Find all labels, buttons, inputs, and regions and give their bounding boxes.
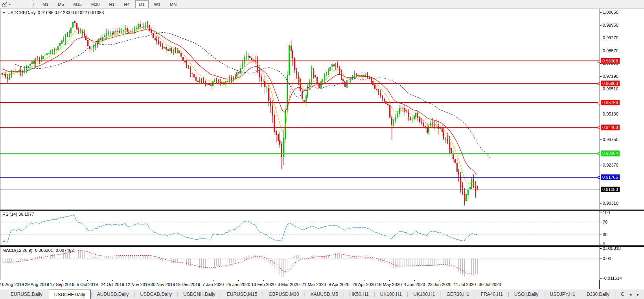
date-label: 25 Jan 2020 — [226, 282, 250, 287]
toolbar-grip[interactable] — [33, 2, 35, 7]
date-tick-mark — [465, 280, 465, 281]
timeframe-button-m5[interactable]: M5 — [54, 0, 68, 8]
rsi-tick-label: 100 — [603, 210, 610, 215]
date-tick-mark — [188, 280, 188, 281]
date-tick-mark — [339, 280, 339, 281]
timeframe-button-mn[interactable]: MN — [166, 0, 180, 8]
timeframe-buttons: M1M5M15M30H1H4D1W1MN — [38, 0, 181, 8]
chart-tab-bar: EURUSD,Daily|USDCHF,Daily|AUDUSD,Daily|U… — [0, 289, 644, 299]
date-tick-mark — [112, 280, 113, 281]
price-tick-mark — [600, 114, 602, 114]
price-tick-mark — [600, 89, 602, 89]
axis-corner-divider — [599, 280, 600, 289]
price-tick-label: 0.92370 — [603, 163, 618, 167]
rsi-tick-mark — [600, 222, 602, 222]
level-price-tag: 0.96803 — [601, 81, 620, 86]
date-tick-mark — [414, 280, 415, 281]
price-tick-label: 0.93750 — [603, 137, 618, 142]
macd-tick-mark — [600, 248, 602, 249]
rsi-tick-mark — [600, 213, 602, 213]
level-price-tag: 0.95758 — [601, 100, 620, 105]
chart-tab-eurusd-m15[interactable]: EURUSD,M15 — [222, 289, 262, 299]
date-label: 23 Jun 2020 — [428, 282, 452, 287]
date-label: 21 Mar 2020 — [302, 282, 326, 287]
tab-scroll-left-icon[interactable]: ◄ — [628, 292, 632, 297]
date-label: 28 Apr 2020 — [352, 282, 375, 287]
price-tick-mark — [600, 139, 602, 140]
price-tick-label: 0.97190 — [603, 74, 618, 79]
level-price-tag-text: 0.98008 — [602, 59, 618, 63]
chart-tab-eurusd-daily[interactable]: EURUSD,Daily — [6, 289, 48, 299]
chart-tabs: EURUSD,Daily|USDCHF,Daily|AUDUSD,Daily|U… — [0, 289, 624, 299]
chart-tab-dj30-daily[interactable]: DJ30,Daily — [581, 289, 615, 299]
chart-tab-uk100-h1[interactable]: UK100,H1 — [408, 289, 440, 299]
price-axis[interactable]: 1.006500.999500.992700.985700.978900.971… — [600, 9, 644, 209]
collapse-triangle-icon[interactable]: ▼ — [2, 11, 6, 15]
tab-scroll-right-icon[interactable]: ► — [636, 292, 640, 297]
timeframe-button-w1[interactable]: W1 — [150, 0, 165, 8]
date-label: 10 Aug 2019 — [0, 282, 24, 287]
chart-tab-china300-h4[interactable]: CHINA300,H4 — [616, 289, 624, 299]
level-price-tag: 0.98008 — [601, 58, 620, 64]
macd-tick-mark — [600, 278, 602, 279]
level-anchor-square — [598, 102, 600, 104]
level-anchor-square — [598, 83, 600, 85]
date-label: 29 Aug 2019 — [25, 282, 49, 287]
date-label: 24 Oct 2019 — [101, 282, 124, 287]
rsi-label: RSI(14) 36.1977 — [2, 212, 34, 216]
date-tick-mark — [364, 280, 364, 281]
chart-tab-fra40-h1[interactable]: FRA40,H1 — [476, 289, 508, 299]
rsi-tick-label: 30 — [603, 232, 607, 237]
chart-tab-audusd-daily[interactable]: AUDUSD,Daily — [92, 289, 134, 299]
date-tick-mark — [490, 280, 490, 281]
chart-tab-uk100-h1[interactable]: UK100,H1 — [375, 289, 407, 299]
chart-tab-xauusd-m5[interactable]: XAUUSD,M5 — [305, 289, 343, 299]
price-tick-label: 0.90310 — [603, 201, 618, 205]
date-tick-mark — [389, 280, 390, 281]
time-axis[interactable]: 10 Aug 201929 Aug 201917 Sep 20195 Oct 2… — [0, 280, 643, 289]
chart-tab-hk50-h1[interactable]: HK50,H1 — [344, 289, 374, 299]
level-price-tag-text: 0.91705 — [602, 175, 618, 180]
date-label: 9 Apr 2020 — [328, 282, 349, 287]
macd-axis[interactable]: 0.0058180.00-0.011514 — [600, 247, 644, 280]
timeframe-button-h1[interactable]: H1 — [105, 0, 118, 8]
date-label: 11 Jul 2020 — [454, 282, 476, 287]
date-tick-mark — [87, 280, 88, 281]
price-tick-mark — [600, 165, 602, 165]
level-price-tag: 0.93004 — [601, 150, 620, 156]
chart-tab-gbpusd-m30[interactable]: GBPUSD,M30 — [263, 289, 304, 299]
trading-terminal-window: ▾ M1M5M15M30H1H4D1W1MN ▼ USDCHF,Daily 0.… — [0, 0, 644, 299]
price-tick-mark — [600, 38, 602, 38]
level-anchor-square — [598, 152, 600, 155]
chart-tab-usdcad-daily[interactable]: USDCAD,Daily — [135, 289, 177, 299]
macd-tick-label: 0.00 — [603, 256, 611, 261]
timeframe-button-m30[interactable]: M30 — [87, 0, 103, 8]
timeframe-button-h4[interactable]: H4 — [120, 0, 133, 8]
rsi-tick-label: 70 — [603, 220, 607, 224]
price-tick-label: 0.95130 — [603, 112, 618, 116]
macd-tick-label: 0.005818 — [603, 246, 621, 251]
chart-tab-usoil-daily[interactable]: USOil,Daily — [509, 289, 543, 299]
rsi-canvas[interactable] — [0, 211, 600, 245]
macd-canvas[interactable] — [0, 247, 600, 280]
price-tick-label: 0.98570 — [603, 48, 618, 53]
timeframe-button-m1[interactable]: M1 — [39, 0, 52, 8]
chart-tab-ger30-h1[interactable]: GER30,H1 — [442, 289, 475, 299]
chart-tab-usdchf-daily[interactable]: USDCHF,Daily — [49, 290, 91, 299]
chart-tab-usdcnh-daily[interactable]: USDCNH,Daily — [178, 289, 220, 299]
date-label: 17 Sep 2019 — [50, 282, 74, 287]
chart-tab-usdjpy-h1[interactable]: USDJPY,H1 — [545, 289, 580, 299]
chart-tool-icon[interactable]: ▾ — [2, 2, 11, 7]
dropdown-caret-icon[interactable]: ▾ — [9, 3, 11, 6]
zigzag-chart-icon — [2, 2, 8, 7]
timeframe-button-d1[interactable]: D1 — [135, 0, 149, 8]
rsi-axis[interactable]: 10070300 — [600, 211, 644, 245]
price-tick-label: 0.99950 — [603, 23, 618, 28]
timeframe-button-m15[interactable]: M15 — [70, 0, 86, 8]
level-price-tag-text: 0.95758 — [602, 100, 618, 105]
timeframe-toolbar: ▾ M1M5M15M30H1H4D1W1MN — [0, 0, 644, 9]
date-tick-mark — [314, 280, 314, 281]
level-anchor-square — [598, 127, 600, 129]
main-chart-canvas[interactable] — [0, 9, 600, 209]
date-tick-mark — [440, 280, 440, 281]
